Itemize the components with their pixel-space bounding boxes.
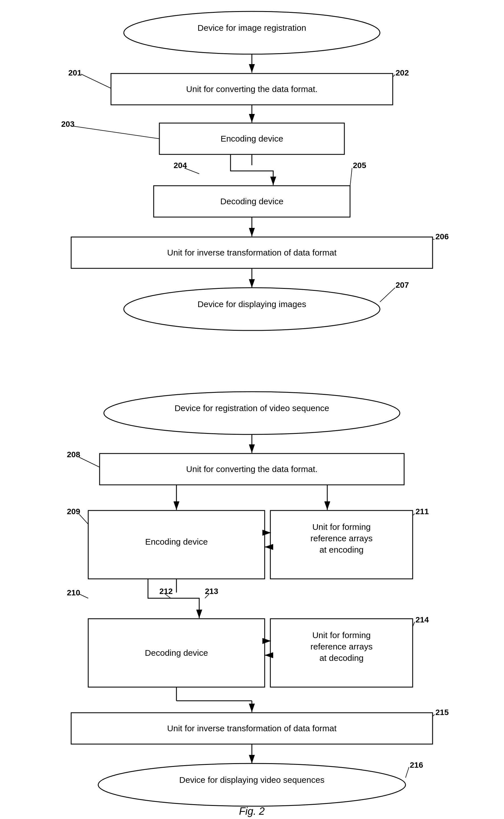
svg-line-31: [380, 288, 395, 302]
svg-point-16: [124, 288, 380, 331]
svg-point-59: [98, 763, 406, 806]
svg-text:at decoding: at decoding: [319, 653, 363, 663]
svg-rect-47: [270, 619, 413, 687]
svg-text:Decoding device: Decoding device: [220, 196, 283, 206]
svg-text:reference arrays: reference arrays: [310, 533, 373, 543]
svg-point-32: [104, 392, 400, 434]
svg-text:Unit for converting the data f: Unit for converting the data format.: [186, 464, 318, 474]
svg-text:Encoding device: Encoding device: [145, 537, 208, 546]
svg-line-64: [79, 514, 88, 524]
svg-text:202: 202: [396, 68, 409, 77]
svg-text:205: 205: [353, 161, 366, 170]
svg-line-19: [81, 74, 111, 88]
svg-text:Device for displaying video se: Device for displaying video sequences: [179, 775, 324, 785]
svg-text:Unit for forming: Unit for forming: [312, 522, 371, 531]
svg-text:206: 206: [435, 232, 449, 241]
svg-text:Device for displaying images: Device for displaying images: [198, 299, 306, 309]
svg-text:213: 213: [205, 587, 218, 596]
svg-text:Fig. 2: Fig. 2: [239, 805, 265, 817]
svg-text:201: 201: [68, 68, 82, 77]
svg-text:208: 208: [67, 450, 80, 459]
svg-line-27: [350, 168, 352, 186]
svg-text:203: 203: [61, 120, 75, 128]
svg-text:Unit for inverse transformatio: Unit for inverse transformation of data …: [167, 724, 337, 733]
svg-text:Unit for inverse transformatio: Unit for inverse transformation of data …: [167, 248, 337, 257]
svg-text:Device for image registration: Device for image registration: [198, 23, 306, 32]
svg-text:211: 211: [415, 507, 429, 516]
svg-line-66: [79, 594, 88, 598]
svg-text:214: 214: [415, 615, 429, 624]
svg-line-62: [79, 457, 100, 467]
svg-point-2: [124, 11, 380, 54]
svg-text:207: 207: [396, 281, 409, 290]
svg-text:216: 216: [410, 761, 423, 769]
svg-text:Unit for converting the data f: Unit for converting the data format.: [186, 84, 318, 94]
svg-text:215: 215: [435, 708, 449, 717]
svg-text:at encoding: at encoding: [319, 545, 363, 554]
svg-text:Device for registration of vid: Device for registration of video sequenc…: [174, 403, 329, 413]
svg-text:Encoding device: Encoding device: [221, 134, 283, 143]
svg-text:210: 210: [67, 588, 80, 597]
svg-rect-39: [270, 510, 413, 579]
svg-text:Unit for forming: Unit for forming: [312, 631, 371, 640]
svg-line-23: [73, 126, 159, 139]
svg-text:209: 209: [67, 507, 80, 516]
svg-line-25: [184, 168, 199, 174]
svg-line-78: [406, 767, 409, 778]
svg-text:reference arrays: reference arrays: [310, 642, 373, 651]
svg-text:Decoding device: Decoding device: [145, 648, 208, 658]
